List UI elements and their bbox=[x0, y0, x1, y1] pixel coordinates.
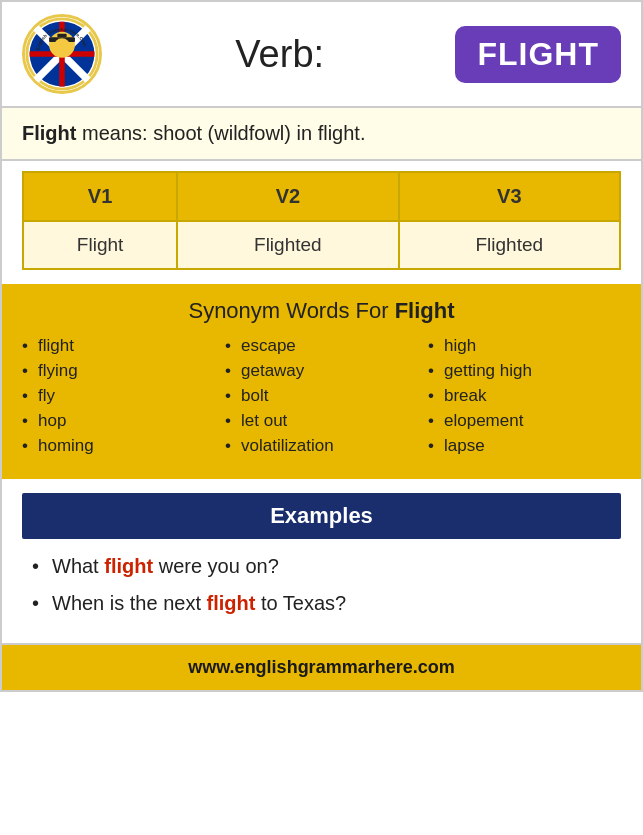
list-item: homing bbox=[22, 436, 215, 456]
example-before-1: What bbox=[52, 555, 104, 577]
svg-rect-8 bbox=[57, 34, 66, 38]
synonym-title: Synonym Words For Flight bbox=[22, 298, 621, 324]
word-badge: FLIGHT bbox=[455, 26, 621, 83]
definition-word: Flight bbox=[22, 122, 76, 144]
svg-point-9 bbox=[54, 38, 71, 55]
examples-list: What flight were you on? When is the nex… bbox=[2, 545, 641, 643]
list-item: let out bbox=[225, 411, 418, 431]
list-item: getaway bbox=[225, 361, 418, 381]
logo: English Grammar Here.Com bbox=[22, 14, 102, 94]
list-item: high bbox=[428, 336, 621, 356]
list-item: When is the next flight to Texas? bbox=[32, 592, 611, 615]
examples-header: Examples bbox=[22, 493, 621, 539]
definition-section: Flight means: shoot (wildfowl) in flight… bbox=[2, 106, 641, 161]
synonym-columns: flight flying fly hop homing escape geta… bbox=[22, 336, 621, 461]
verb-label: Verb: bbox=[118, 33, 441, 76]
list-item: volatilization bbox=[225, 436, 418, 456]
footer: www.englishgrammarhere.com bbox=[2, 643, 641, 690]
synonym-section: Synonym Words For Flight flight flying f… bbox=[2, 284, 641, 479]
list-item: hop bbox=[22, 411, 215, 431]
example-before-2: When is the next bbox=[52, 592, 207, 614]
list-item: getting high bbox=[428, 361, 621, 381]
definition-text: means: shoot (wildfowl) in flight. bbox=[76, 122, 365, 144]
header: English Grammar Here.Com Verb: FLIGHT bbox=[2, 2, 641, 106]
list-item: break bbox=[428, 386, 621, 406]
synonym-col-3: high getting high break elopement lapse bbox=[428, 336, 621, 461]
list-item: lapse bbox=[428, 436, 621, 456]
verb-table: V1 V2 V3 Flight Flighted Flighted bbox=[22, 171, 621, 270]
list-item: bolt bbox=[225, 386, 418, 406]
example-highlight-1: flight bbox=[104, 555, 153, 577]
table-row: Flight Flighted Flighted bbox=[23, 221, 620, 269]
col-v2: V2 bbox=[177, 172, 398, 221]
list-item: flying bbox=[22, 361, 215, 381]
list-item: elopement bbox=[428, 411, 621, 431]
cell-v1: Flight bbox=[23, 221, 177, 269]
list-item: flight bbox=[22, 336, 215, 356]
list-item: escape bbox=[225, 336, 418, 356]
cell-v2: Flighted bbox=[177, 221, 398, 269]
example-after-1: were you on? bbox=[153, 555, 279, 577]
example-highlight-2: flight bbox=[207, 592, 256, 614]
synonym-col-1: flight flying fly hop homing bbox=[22, 336, 215, 461]
list-item: fly bbox=[22, 386, 215, 406]
table-section: V1 V2 V3 Flight Flighted Flighted bbox=[2, 161, 641, 284]
card: English Grammar Here.Com Verb: FLIGHT Fl… bbox=[0, 0, 643, 692]
footer-url: www.englishgrammarhere.com bbox=[188, 657, 454, 677]
synonym-col-2: escape getaway bolt let out volatilizati… bbox=[225, 336, 418, 461]
list-item: What flight were you on? bbox=[32, 555, 611, 578]
col-v3: V3 bbox=[399, 172, 620, 221]
cell-v3: Flighted bbox=[399, 221, 620, 269]
col-v1: V1 bbox=[23, 172, 177, 221]
example-after-2: to Texas? bbox=[255, 592, 346, 614]
